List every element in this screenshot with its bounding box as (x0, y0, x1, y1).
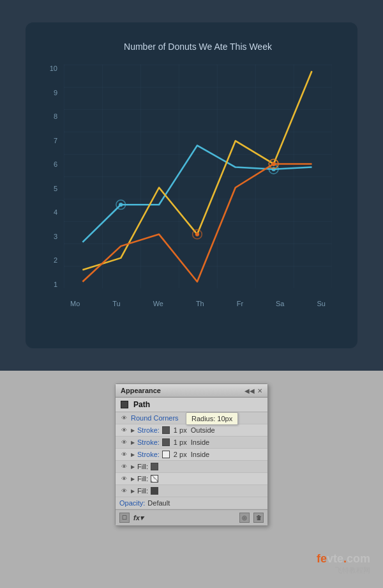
fill-swatch-3[interactable] (151, 487, 158, 495)
eye-icon-6[interactable]: 👁 (119, 488, 128, 494)
fill-label-3: Fill: (137, 487, 148, 495)
panel-close[interactable]: ✕ (257, 387, 262, 394)
y-label-2: 2 (38, 256, 57, 264)
y-label-4: 4 (38, 208, 57, 216)
opacity-value: Default (147, 499, 170, 507)
panel-scroll-left[interactable]: ◀◀ (244, 387, 255, 394)
row-stroke-3: 👁 ▶ Stroke: 2 px Inside (116, 449, 267, 461)
x-label-mo: Mo (70, 300, 80, 307)
row-fill-2: 👁 ▶ Fill: (116, 473, 267, 485)
footer-add-icon[interactable]: ☐ (119, 513, 130, 523)
stroke-label-1[interactable]: Stroke: (137, 426, 160, 434)
footer-fx[interactable]: fx▾ (133, 514, 144, 522)
opacity-row: Opacity: Default (116, 497, 267, 509)
opacity-label[interactable]: Opacity: (119, 499, 145, 507)
chart-svg (64, 65, 332, 288)
y-axis-labels: 1 2 3 4 5 6 7 8 9 10 (38, 65, 57, 288)
svg-point-10 (272, 162, 276, 166)
panel-title: Appearance (121, 387, 161, 394)
x-label-we: We (153, 300, 163, 307)
arrow-6[interactable]: ▶ (131, 488, 135, 494)
x-label-tu: Tu (112, 300, 120, 307)
panel-header-icons: ◀◀ ✕ (244, 387, 262, 394)
arrow-4[interactable]: ▶ (131, 464, 135, 470)
stroke-label-3[interactable]: Stroke: (137, 451, 160, 458)
stroke-swatch-2[interactable] (162, 438, 170, 446)
watermark-sub: 飞特教程网 (335, 566, 370, 575)
x-label-sa: Sa (276, 300, 284, 307)
row-round-corners: 👁 Round Corners Radius: 10px (116, 412, 267, 424)
fill-swatch-1[interactable] (151, 463, 158, 470)
stroke-swatch-1[interactable] (162, 426, 170, 434)
y-label-9: 9 (38, 89, 57, 97)
arrow-1[interactable]: ▶ (131, 428, 135, 433)
path-row: Path (116, 398, 267, 412)
chart-area: 1 2 3 4 5 6 7 8 9 10 (64, 65, 332, 307)
arrow-3[interactable]: ▶ (131, 452, 135, 458)
path-swatch (121, 401, 128, 408)
footer-trash-icon[interactable]: 🗑 (253, 513, 264, 523)
bottom-section: Appearance ◀◀ ✕ Path 👁 Round Corners Rad… (0, 371, 383, 588)
stroke-value-2: 1 px Inside (174, 438, 209, 446)
fill-swatch-2[interactable] (151, 475, 158, 483)
y-label-1: 1 (38, 281, 57, 288)
eye-icon-0[interactable]: 👁 (119, 415, 128, 421)
arrow-2[interactable]: ▶ (131, 440, 135, 445)
panel-footer: ☐ fx▾ ◎ 🗑 (116, 509, 267, 525)
watermark: fevte.com 飞特教程网 (317, 552, 370, 575)
arrow-5[interactable]: ▶ (131, 476, 135, 482)
y-label-6: 6 (38, 160, 57, 168)
stroke-value-3: 2 px Inside (174, 451, 209, 458)
round-corners-label[interactable]: Round Corners (131, 414, 179, 422)
y-label-8: 8 (38, 112, 57, 120)
footer-circle-icon[interactable]: ◎ (239, 513, 250, 523)
row-fill-1: 👁 ▶ Fill: (116, 461, 267, 473)
x-label-th: Th (196, 300, 204, 307)
eye-icon-1[interactable]: 👁 (119, 427, 128, 433)
fill-label-1: Fill: (137, 463, 148, 470)
eye-icon-5[interactable]: 👁 (119, 476, 128, 482)
watermark-brand: fevte.com (317, 552, 370, 566)
fill-label-2: Fill: (137, 475, 148, 483)
row-fill-3: 👁 ▶ Fill: (116, 485, 267, 497)
y-label-7: 7 (38, 137, 57, 144)
y-label-5: 5 (38, 185, 57, 192)
eye-icon-3[interactable]: 👁 (119, 451, 128, 458)
x-axis-labels: Mo Tu We Th Fr Sa Su (64, 300, 332, 307)
chart-container: Number of Donuts We Ate This Week 1 2 3 … (26, 22, 357, 348)
y-label-10: 10 (38, 65, 57, 72)
svg-point-8 (195, 233, 199, 236)
row-stroke-2: 👁 ▶ Stroke: 1 px Inside (116, 437, 267, 449)
appearance-panel: Appearance ◀◀ ✕ Path 👁 Round Corners Rad… (115, 383, 268, 526)
chart-title: Number of Donuts We Ate This Week (64, 42, 332, 52)
row-stroke-1: 👁 ▶ Stroke: 1 px Outside (116, 424, 267, 437)
top-section: Number of Donuts We Ate This Week 1 2 3 … (0, 0, 383, 371)
x-label-fr: Fr (237, 300, 243, 307)
svg-rect-0 (64, 65, 332, 288)
x-label-su: Su (317, 300, 325, 307)
eye-icon-4[interactable]: 👁 (119, 463, 128, 470)
svg-point-2 (119, 203, 123, 206)
tooltip-radius: Radius: 10px (186, 412, 238, 425)
stroke-value-1: 1 px Outside (174, 426, 215, 434)
y-label-3: 3 (38, 233, 57, 240)
path-label: Path (133, 400, 150, 409)
stroke-label-2[interactable]: Stroke: (137, 438, 160, 446)
stroke-swatch-3[interactable] (162, 451, 170, 458)
panel-header[interactable]: Appearance ◀◀ ✕ (116, 384, 267, 398)
eye-icon-2[interactable]: 👁 (119, 439, 128, 445)
